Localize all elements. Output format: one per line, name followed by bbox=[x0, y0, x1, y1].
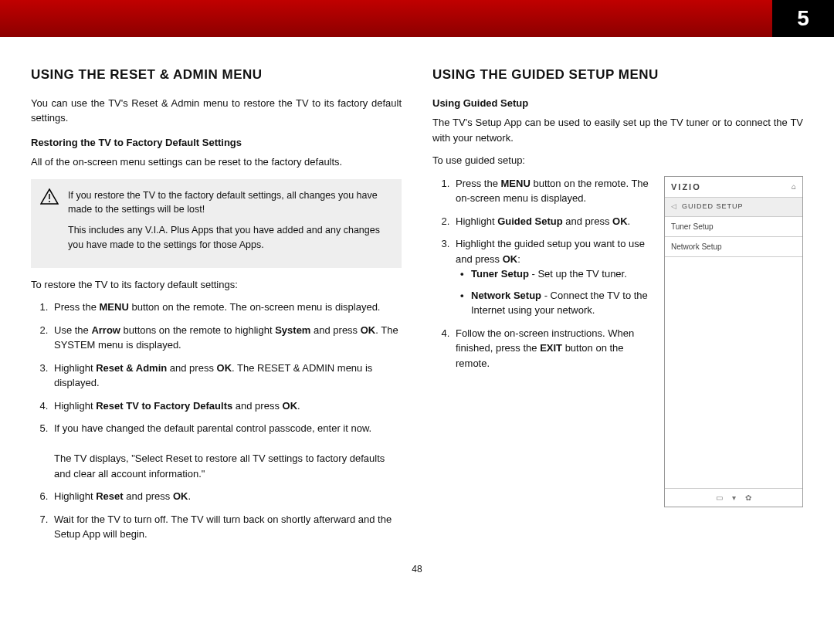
left-column: USING THE RESET & ADMIN MENU You can use… bbox=[31, 65, 402, 550]
lead-in: To restore the TV to its factory default… bbox=[31, 277, 402, 293]
lead-in: To use guided setup: bbox=[432, 153, 803, 168]
osd-panel: VIZIO⌂ ◁GUIDED SETUP Tuner Setup Network… bbox=[664, 176, 803, 507]
warning-icon bbox=[40, 188, 59, 205]
step-item: Use the Arrow buttons on the remote to h… bbox=[51, 323, 402, 353]
svg-point-1 bbox=[49, 201, 50, 202]
gear-icon: ✿ bbox=[745, 492, 751, 503]
step-item: Highlight Reset & Admin and press OK. Th… bbox=[51, 361, 402, 391]
bullet-item: Network Setup - Connect the TV to the In… bbox=[460, 288, 650, 318]
down-icon: ▾ bbox=[732, 492, 736, 503]
header-bar: 5 bbox=[0, 0, 834, 37]
warn-line2: This includes any V.I.A. Plus Apps that … bbox=[68, 223, 391, 253]
body-text: All of the on-screen menu settings can b… bbox=[31, 154, 402, 170]
bullet-item: Tuner Setup - Set up the TV tuner. bbox=[460, 266, 650, 282]
step-item: If you have changed the default parental… bbox=[51, 421, 402, 481]
chapter-number: 5 bbox=[772, 0, 834, 37]
warning-box: If you restore the TV to the factory def… bbox=[31, 179, 402, 268]
intro-text: You can use the TV's Reset & Admin menu … bbox=[31, 96, 402, 126]
step-item: Follow the on-screen instructions. When … bbox=[453, 326, 650, 371]
panel-title: GUIDED SETUP bbox=[682, 202, 744, 212]
left-steps: Press the MENU button on the remote. The… bbox=[51, 300, 402, 542]
subheading: Restoring the TV to Factory Default Sett… bbox=[31, 135, 402, 151]
wide-icon: ▭ bbox=[716, 492, 723, 503]
step-item: Wait for the TV to turn off. The TV will… bbox=[51, 512, 402, 542]
left-heading: USING THE RESET & ADMIN MENU bbox=[31, 65, 402, 85]
step-item: Highlight Reset and press OK. bbox=[51, 489, 402, 504]
panel-item: Network Setup bbox=[665, 237, 802, 257]
panel-item: Tuner Setup bbox=[665, 217, 802, 237]
right-steps: Press the MENU button on the remote. The… bbox=[453, 176, 650, 379]
step-item: Press the MENU button on the remote. The… bbox=[51, 300, 402, 315]
step-item: Highlight Reset TV to Factory Defaults a… bbox=[51, 398, 402, 414]
brand-text: VIZIO bbox=[671, 181, 787, 194]
right-column: USING THE GUIDED SETUP MENU Using Guided… bbox=[432, 65, 803, 550]
page-number: 48 bbox=[0, 564, 834, 575]
step-item: Highlight Guided Setup and press OK. bbox=[453, 214, 650, 229]
body-text: The TV's Setup App can be used to easily… bbox=[432, 115, 803, 145]
home-icon: ⌂ bbox=[792, 181, 796, 192]
warn-line1: If you restore the TV to the factory def… bbox=[68, 188, 391, 218]
right-heading: USING THE GUIDED SETUP MENU bbox=[432, 65, 803, 85]
step-item: Press the MENU button on the remote. The… bbox=[453, 176, 650, 206]
step-item: Highlight the guided setup you want to u… bbox=[453, 236, 650, 318]
subheading: Using Guided Setup bbox=[432, 96, 803, 111]
back-arrow-icon: ◁ bbox=[671, 202, 677, 212]
